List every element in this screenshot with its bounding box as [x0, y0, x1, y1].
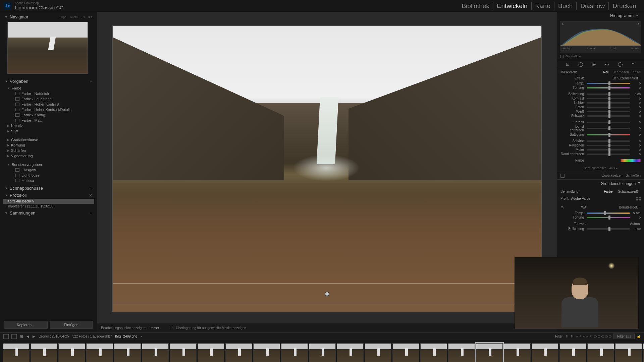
original-checkbox-row[interactable]: Originalfoto — [557, 54, 644, 59]
filmstrip-thumb[interactable] — [559, 343, 586, 362]
mask-temp-slider[interactable] — [587, 83, 630, 84]
redeye-tool-icon[interactable]: ◉ — [591, 61, 597, 67]
filmstrip-thumb[interactable] — [532, 343, 558, 362]
mask-noise-slider[interactable] — [587, 145, 630, 146]
preset-item[interactable]: Glasgow — [3, 167, 94, 173]
mask-edit[interactable]: Bearbeiten — [612, 70, 629, 74]
preset-group-creative[interactable]: ▶Kreativ — [3, 123, 94, 128]
snapshots-header[interactable]: ▼Schnappschüsse+ — [3, 185, 94, 192]
navigator-zoom-opts[interactable]: Einpa.Ausfü.1:13:1 — [59, 15, 92, 19]
histogram-header[interactable]: Histogramm▼ — [557, 12, 644, 19]
grid-view-icon[interactable]: ⊞ — [20, 334, 23, 339]
mask-moire-slider[interactable] — [587, 149, 630, 150]
history-item[interactable]: Importieren (12.11.18 15:32:08) — [3, 204, 94, 209]
copy-button[interactable]: Kopieren... — [4, 321, 48, 329]
filmstrip-thumb[interactable] — [392, 343, 419, 362]
navigator-preview[interactable] — [7, 22, 88, 74]
mask-tint-slider[interactable] — [587, 87, 630, 88]
filmstrip-thumb[interactable] — [615, 343, 642, 362]
presets-header[interactable]: ▼Vorgaben+ — [3, 78, 94, 85]
mask-clarity-slider[interactable] — [587, 122, 630, 123]
auto-tone-button[interactable]: Autom. — [602, 222, 641, 226]
preset-group-sharpen[interactable]: ▶Schärfen — [3, 148, 94, 153]
history-header[interactable]: ▼Protokoll✕ — [3, 192, 94, 199]
tab-book[interactable]: Buch — [554, 2, 577, 10]
tab-develop[interactable]: Entwickeln — [493, 2, 532, 10]
filmstrip-thumb[interactable] — [253, 343, 280, 362]
tab-map[interactable]: Karte — [532, 2, 554, 10]
edit-points-mode[interactable]: Immer — [150, 326, 159, 330]
mask-defringe-slider[interactable] — [587, 154, 630, 155]
filmstrip-thumb[interactable] — [420, 343, 447, 362]
close-button[interactable]: Schließen — [626, 174, 641, 178]
preset-item[interactable]: Farbe - Hoher Kontrast/Details — [3, 107, 94, 112]
filmstrip-thumb[interactable] — [86, 343, 113, 362]
filter-off-button[interactable]: Filter aus — [613, 334, 635, 339]
filmstrip-thumb[interactable] — [58, 343, 85, 362]
filmstrip-thumb[interactable] — [309, 343, 336, 362]
mask-saturation-slider[interactable] — [587, 134, 630, 135]
mask-brush[interactable]: Pinsel — [632, 70, 641, 74]
filmstrip-thumb[interactable] — [170, 343, 197, 362]
spot-tool-icon[interactable]: ◯ — [578, 61, 584, 67]
second-window-icon[interactable] — [11, 334, 17, 339]
color-picker[interactable] — [621, 159, 641, 162]
preset-item[interactable]: Farbe - Matt — [3, 118, 94, 123]
collections-header[interactable]: ▼Sammlungen+ — [3, 209, 94, 217]
filmstrip-thumb[interactable] — [198, 343, 224, 362]
mask-highlights-slider[interactable] — [587, 102, 630, 104]
exposure-slider[interactable] — [587, 228, 630, 230]
histogram[interactable]: ▲ ▲ ISO 10017 mmf / 10⅛ Sek. — [560, 21, 641, 53]
filmstrip-thumb[interactable]: ••••• — [476, 343, 503, 362]
mask-shadows-slider[interactable] — [587, 107, 630, 108]
mask-new[interactable]: Neu — [603, 70, 609, 74]
filmstrip-thumb[interactable] — [587, 343, 614, 362]
filter-flag-icon[interactable]: ⚐ — [571, 335, 574, 338]
overlay-checkbox[interactable] — [169, 326, 172, 329]
mask-sharpness-slider[interactable] — [587, 140, 630, 142]
reset-button[interactable]: Zurücksetzen — [602, 174, 623, 178]
filmstrip-thumb[interactable] — [281, 343, 308, 362]
tab-library[interactable]: Bibliothek — [458, 2, 493, 10]
gradient-pin[interactable] — [325, 292, 329, 296]
filter-stars[interactable]: ★★★★★ — [576, 335, 592, 338]
filmstrip-thumb[interactable] — [114, 343, 141, 362]
next-icon[interactable]: ▶ — [33, 335, 35, 338]
filmstrip-thumb[interactable] — [504, 343, 531, 362]
prev-icon[interactable]: ◀ — [26, 335, 29, 338]
main-image[interactable] — [112, 25, 542, 312]
treatment-bw[interactable]: Schwarzweiß — [615, 189, 641, 194]
treatment-color[interactable]: Farbe — [601, 189, 615, 194]
radial-tool-icon[interactable]: ◯ — [617, 61, 624, 67]
paste-button[interactable]: Einfügen — [50, 321, 93, 329]
basic-panel-header[interactable]: Grundeinstellungen▼ — [557, 179, 644, 188]
mask-whites-slider[interactable] — [587, 111, 630, 112]
brush-tool-icon[interactable]: 〜 — [630, 61, 637, 67]
preset-item[interactable]: Farbe - Hoher Kontrast — [3, 102, 94, 107]
profile-browser-icon[interactable] — [636, 197, 641, 200]
preset-item[interactable]: Farbe - Natürlich — [3, 91, 94, 96]
tint-slider[interactable] — [587, 217, 630, 218]
preset-group-vignette[interactable]: ▶Vignettierung — [3, 153, 94, 159]
navigator-header[interactable]: ▼Navigator Einpa.Ausfü.1:13:1 — [3, 13, 94, 20]
preset-group-color[interactable]: ▼Farbe — [3, 85, 94, 91]
preset-group-bw[interactable]: ▶S/W — [3, 128, 94, 134]
filmstrip[interactable]: ••••• — [0, 340, 644, 362]
filter-flag-icon[interactable]: ⚐ — [566, 335, 569, 338]
main-window-icon[interactable] — [3, 334, 9, 339]
mask-dehaze-slider[interactable] — [587, 128, 630, 129]
tab-print[interactable]: Drucken — [609, 2, 640, 10]
filmstrip-thumb[interactable] — [3, 343, 30, 362]
toggle-switch[interactable] — [560, 174, 565, 178]
filmstrip-thumb[interactable] — [31, 343, 57, 362]
crop-tool-icon[interactable]: ⊡ — [565, 61, 571, 67]
preset-item[interactable]: Melissa — [3, 178, 94, 183]
wb-dropdown[interactable]: Benutzerdef. — [604, 205, 638, 209]
history-item[interactable]: Korrektur löschen — [3, 199, 94, 204]
filter-lock-icon[interactable]: 🔒 — [637, 335, 641, 338]
effect-dropdown[interactable]: Benutzerdefiniert — [587, 76, 638, 80]
tab-slideshow[interactable]: Diashow — [577, 2, 609, 10]
filmstrip-thumb[interactable] — [365, 343, 391, 362]
profile-dropdown[interactable]: Adobe Farbe — [571, 197, 591, 200]
eyedropper-icon[interactable]: ✎ — [560, 205, 567, 210]
